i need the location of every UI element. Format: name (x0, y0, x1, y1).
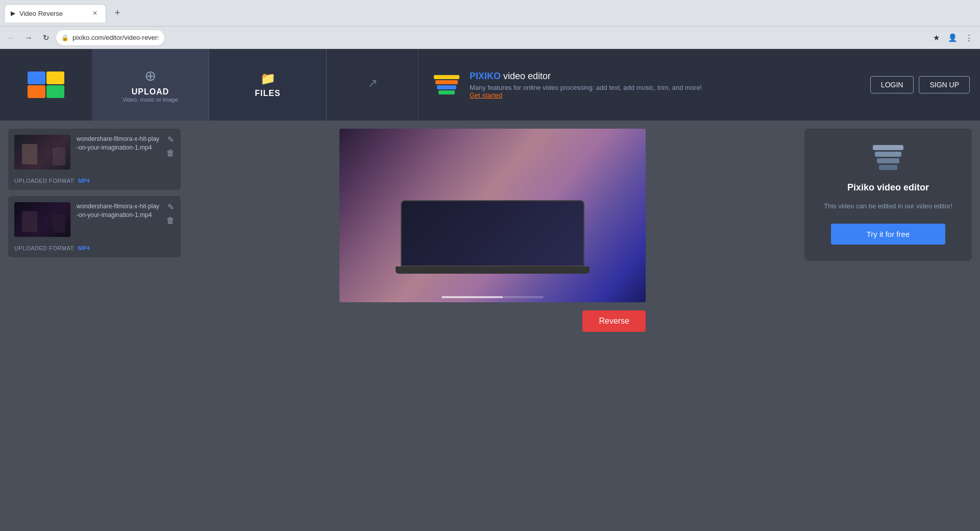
promo-title-rest: video editor (501, 71, 551, 81)
promo-get-started-link[interactable]: Get started (470, 91, 855, 99)
main-content: wondershare-filmora-x-hit-play-on-your-i… (0, 120, 980, 531)
format-label-1: UPLOADED FORMAT: (14, 178, 75, 184)
address-bar-row: ← → ↻ 🔒 ★ 👤 ⋮ (0, 27, 980, 49)
browser-actions: ★ 👤 ⋮ (929, 31, 976, 45)
delete-icon-1[interactable]: 🗑 (166, 149, 175, 158)
edit-icon-2[interactable]: ✎ (167, 202, 174, 212)
pixiko-logo (28, 71, 64, 98)
file-actions-1: ✎ 🗑 (166, 135, 175, 158)
editor-stack-layer-2 (875, 152, 901, 157)
tab-title: Video Reverse (19, 10, 86, 17)
editor-desc: This video can be edited in our video ed… (824, 201, 952, 211)
bookmark-button[interactable]: ★ (929, 31, 943, 45)
app-header: ⊕ UPLOAD Video, music or image 📁 FILES ↗… (0, 49, 980, 120)
format-label-2: UPLOADED FORMAT: (14, 245, 75, 251)
browser-tab-bar: ▶ Video Reverse ✕ + (0, 0, 980, 27)
lock-icon: 🔒 (61, 34, 69, 41)
tab-close-button[interactable]: ✕ (90, 9, 100, 18)
upload-sublabel: Video, music or image (122, 96, 178, 103)
promo-desc: Many features for online video processin… (470, 84, 855, 91)
thumb-canvas-2 (14, 202, 70, 237)
file-card-2-inner: wondershare-filmora-x-hit-play-on-your-i… (14, 202, 175, 237)
delete-icon-2[interactable]: 🗑 (166, 216, 175, 225)
reload-button[interactable]: ↻ (39, 31, 53, 45)
files-label: FILES (255, 89, 280, 98)
upload-button[interactable]: ⊕ UPLOAD Video, music or image (92, 49, 209, 120)
format-value-1: MP4 (78, 178, 90, 184)
promo-text: PIXIKO video editor Many features for on… (470, 71, 855, 99)
signup-button[interactable]: SIGN UP (919, 76, 970, 93)
new-tab-button[interactable]: + (110, 6, 125, 20)
promo-area: PIXIKO video editor Many features for on… (419, 49, 870, 120)
format-value-2: MP4 (78, 245, 90, 251)
file-thumb-2 (14, 202, 70, 237)
editor-title: Pixiko video editor (847, 182, 929, 193)
promo-title: PIXIKO video editor (470, 71, 855, 82)
file-name-1: wondershare-filmora-x-hit-play-on-your-i… (77, 135, 160, 152)
video-canvas (339, 129, 646, 302)
share-icon: ↗ (368, 76, 378, 90)
auth-buttons: LOGIN SIGN UP (870, 76, 980, 93)
share-button[interactable]: ↗ (327, 49, 419, 120)
login-button[interactable]: LOGIN (870, 76, 914, 93)
video-preview (339, 129, 646, 302)
thumb-figure-1 (22, 144, 37, 164)
promo-logo (434, 75, 459, 94)
active-tab[interactable]: ▶ Video Reverse ✕ (4, 4, 106, 22)
reverse-button[interactable]: Reverse (582, 310, 646, 332)
file-info-1: wondershare-filmora-x-hit-play-on-your-i… (77, 135, 160, 152)
stack-layer-1 (434, 75, 459, 79)
file-format-row-2: UPLOADED FORMAT: MP4 (14, 245, 175, 251)
files-icon: 📁 (260, 71, 276, 86)
file-card-1-inner: wondershare-filmora-x-hit-play-on-your-i… (14, 135, 175, 170)
account-button[interactable]: 👤 (945, 31, 960, 45)
forward-button[interactable]: → (21, 31, 36, 45)
upload-label: UPLOAD (132, 87, 169, 96)
thumb-canvas-1 (14, 135, 70, 170)
video-progress-fill (442, 296, 503, 298)
file-thumb-1 (14, 135, 70, 170)
right-panel: Pixiko video editor This video can be ed… (796, 120, 980, 531)
promo-brand: PIXIKO (470, 71, 501, 81)
file-card-2[interactable]: wondershare-filmora-x-hit-play-on-your-i… (8, 196, 181, 257)
menu-button[interactable]: ⋮ (962, 31, 976, 45)
editor-stack-icon (873, 145, 903, 170)
logo-cell-br (46, 85, 64, 98)
try-free-button[interactable]: Try it for free (831, 224, 945, 245)
file-info-2: wondershare-filmora-x-hit-play-on-your-i… (77, 202, 160, 220)
editor-stack-layer-1 (873, 145, 903, 150)
logo-cell-tr (46, 71, 64, 84)
logo-area (0, 49, 92, 120)
editor-stack-layer-4 (879, 165, 897, 170)
logo-cell-tl (28, 71, 45, 84)
file-name-2: wondershare-filmora-x-hit-play-on-your-i… (77, 202, 160, 220)
promo-stack (434, 75, 459, 94)
upload-icon: ⊕ (144, 67, 156, 84)
tab-favicon: ▶ (11, 10, 15, 17)
video-progress-bar[interactable] (442, 296, 544, 298)
edit-icon-1[interactable]: ✎ (167, 135, 174, 144)
editor-promo-card: Pixiko video editor This video can be ed… (804, 129, 972, 261)
stack-layer-2 (435, 80, 458, 84)
logo-cell-bl (28, 85, 45, 98)
thumb-figure-2 (22, 211, 37, 232)
video-action-row: Reverse (339, 310, 646, 332)
stack-layer-3 (437, 85, 456, 89)
file-card-1[interactable]: wondershare-filmora-x-hit-play-on-your-i… (8, 129, 181, 190)
file-actions-2: ✎ 🗑 (166, 202, 175, 225)
address-input[interactable] (56, 30, 164, 45)
files-button[interactable]: 📁 FILES (209, 49, 327, 120)
sidebar: wondershare-filmora-x-hit-play-on-your-i… (0, 120, 189, 531)
editor-stack-layer-3 (877, 158, 899, 163)
video-area: Reverse (189, 120, 796, 531)
file-format-row-1: UPLOADED FORMAT: MP4 (14, 178, 175, 184)
thumb-figure2-1 (53, 148, 65, 165)
stack-layer-4 (438, 90, 455, 94)
back-button[interactable]: ← (4, 31, 18, 45)
address-bar-wrapper: 🔒 (56, 30, 926, 45)
thumb-figure2-2 (53, 215, 65, 233)
